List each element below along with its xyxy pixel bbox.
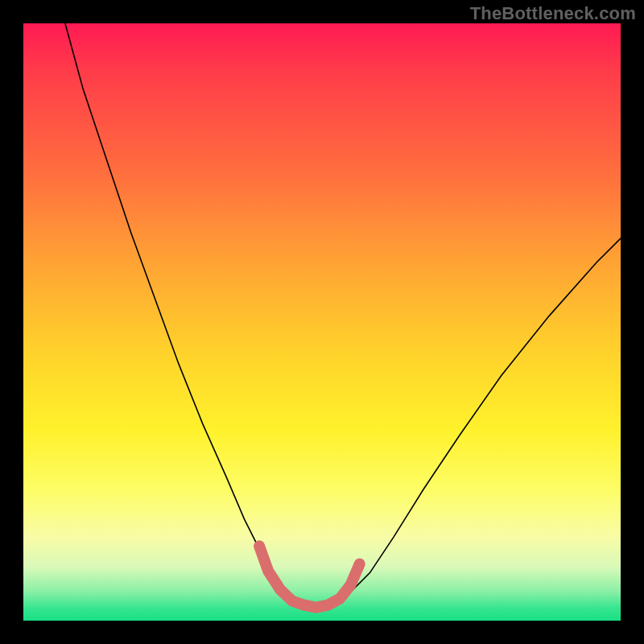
bottleneck-curve xyxy=(65,23,621,608)
plot-area xyxy=(23,23,621,621)
curve-layer xyxy=(23,23,621,621)
highlight-band xyxy=(259,546,360,607)
chart-frame: TheBottleneck.com xyxy=(0,0,644,644)
watermark-text: TheBottleneck.com xyxy=(470,3,636,24)
